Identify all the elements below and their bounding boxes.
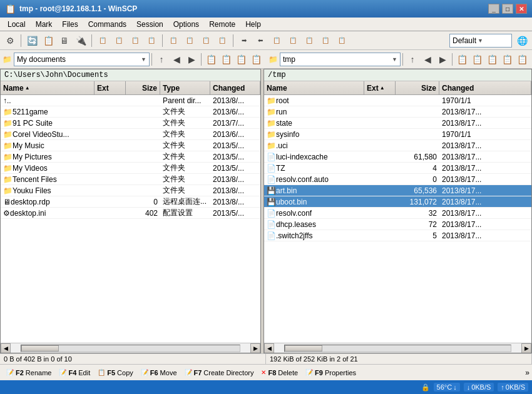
gear-settings-button[interactable]: ⚙ — [3, 33, 18, 48]
left-file-row[interactable]: ⚙ desktop.ini 402 配置设置 2013/5/... — [1, 208, 260, 219]
right-file-row[interactable]: 💾 art.bin 65,536 2013/8/17... — [264, 185, 531, 196]
left-col-size[interactable]: Size — [126, 81, 160, 94]
left-file-row[interactable]: 📁 5211game 文件夹 2013/6/... — [1, 106, 260, 118]
left-nav-btn-3[interactable]: 📋 — [233, 52, 248, 67]
toolbar-btn-12[interactable]: 📋 — [285, 33, 300, 48]
right-scroll-track[interactable] — [284, 345, 511, 352]
menu-remote[interactable]: Remote — [204, 19, 240, 30]
left-col-changed[interactable]: Changed — [210, 81, 260, 94]
left-col-type[interactable]: Type — [160, 81, 210, 94]
right-path-combo[interactable]: tmp ▼ — [280, 53, 401, 66]
left-file-row[interactable]: 📁 Youku Files 文件夹 2013/8/... — [1, 185, 260, 196]
right-col-name[interactable]: Name — [264, 81, 364, 94]
toolbar-btn-10[interactable]: ⬅ — [253, 33, 268, 48]
toolbar-btn-5[interactable]: 📋 — [166, 33, 181, 48]
right-file-row[interactable]: 📁 .uci 2013/8/17... — [264, 140, 531, 151]
right-file-row[interactable]: 📁 root 1970/1/1 — [264, 95, 531, 106]
toolbar-btn-4[interactable]: 📋 — [144, 33, 159, 48]
maximize-button[interactable]: □ — [502, 4, 513, 14]
right-scroll-right[interactable]: ▶ — [521, 343, 531, 353]
right-up-button[interactable]: ↑ — [405, 52, 420, 67]
menu-mark[interactable]: Mark — [31, 19, 58, 30]
right-nav-btn-4[interactable]: 📋 — [499, 52, 514, 67]
menu-commands[interactable]: Commands — [83, 19, 131, 30]
toolbar-btn-8[interactable]: 📋 — [215, 33, 230, 48]
menu-options[interactable]: Options — [168, 19, 204, 30]
right-col-size[interactable]: Size — [396, 81, 439, 94]
right-back-button[interactable]: ◀ — [420, 52, 435, 67]
right-file-row[interactable]: 📁 state 2013/8/17... — [264, 118, 531, 129]
close-button[interactable]: ✕ — [516, 4, 527, 14]
right-nav-btn-2[interactable]: 📋 — [469, 52, 484, 67]
right-forward-button[interactable]: ▶ — [435, 52, 450, 67]
bottom-btn-f5[interactable]: 📋F5 Copy — [94, 368, 137, 377]
right-col-changed[interactable]: Changed — [439, 81, 531, 94]
right-file-row[interactable]: 💾 uboot.bin 131,072 2013/8/17... — [264, 196, 531, 208]
right-scroll-left[interactable]: ◀ — [264, 343, 274, 353]
right-nav-btn-3[interactable]: 📋 — [484, 52, 499, 67]
left-file-row[interactable]: 📁 91 PC Suite 文件夹 2013/7/... — [1, 118, 260, 129]
right-file-row[interactable]: 📄 dhcp.leases 72 2013/8/17... — [264, 219, 531, 230]
left-col-name[interactable]: Name ▲ — [1, 81, 95, 94]
menu-help[interactable]: Help — [240, 19, 266, 30]
toolbar-btn-7[interactable]: 📋 — [198, 33, 213, 48]
right-file-row[interactable]: 📄 luci-indexcache 61,580 2013/8/17... — [264, 151, 531, 163]
menu-session[interactable]: Session — [131, 19, 168, 30]
toolbar-btn-13[interactable]: 📋 — [302, 33, 317, 48]
left-file-row[interactable]: 🖥 desktop.rdp 0 远程桌面连... 2013/8/... — [1, 196, 260, 208]
toolbar-btn-14[interactable]: 📋 — [318, 33, 333, 48]
right-nav-btn-5[interactable]: 📋 — [514, 52, 529, 67]
right-col-ext[interactable]: Ext ▲ — [364, 81, 396, 94]
toolbar-btn-2[interactable]: 📋 — [111, 33, 126, 48]
left-file-list[interactable]: ↑ .. Parent dir... 2013/8/... 📁 5211game… — [1, 95, 260, 343]
session-config-button[interactable]: 🌐 — [514, 33, 529, 48]
session-selector[interactable]: Default ▼ — [449, 34, 512, 48]
toolbar-btn-3[interactable]: 📋 — [128, 33, 143, 48]
bottom-btn-f6[interactable]: 📝F6 Move — [137, 368, 181, 377]
copy-local-button[interactable]: 📋 — [41, 33, 56, 48]
left-file-row[interactable]: 📁 My Videos 文件夹 2013/5/... — [1, 163, 260, 174]
right-scrollbar[interactable]: ◀ ▶ — [264, 343, 531, 353]
right-file-row[interactable]: 📁 run 2013/8/17... — [264, 106, 531, 118]
left-scroll-left[interactable]: ◀ — [1, 343, 11, 353]
bottom-btn-f9[interactable]: 📝F9 Properties — [302, 368, 360, 377]
left-back-button[interactable]: ◀ — [169, 52, 184, 67]
left-scroll-track[interactable] — [21, 345, 240, 352]
right-file-row[interactable]: 📄 resolv.conf.auto 0 2013/8/17... — [264, 174, 531, 185]
menu-local[interactable]: Local — [3, 19, 31, 30]
left-file-row[interactable]: 📁 My Pictures 文件夹 2013/5/... — [1, 151, 260, 163]
left-file-row[interactable]: 📁 Tencent Files 文件夹 2013/8/... — [1, 174, 260, 185]
left-forward-button[interactable]: ▶ — [184, 52, 199, 67]
menu-files[interactable]: Files — [57, 19, 83, 30]
right-file-row[interactable]: 📁 sysinfo 1970/1/1 — [264, 129, 531, 140]
new-session-button[interactable]: 🖥 — [57, 33, 72, 48]
sync-button[interactable]: 🔄 — [24, 33, 39, 48]
left-file-row[interactable]: 📁 Corel VideoStu... 文件夹 2013/6/... — [1, 129, 260, 140]
left-nav-btn-4[interactable]: 📋 — [248, 52, 263, 67]
toolbar-btn-9[interactable]: ➡ — [237, 33, 252, 48]
left-col-ext[interactable]: Ext — [95, 81, 126, 94]
left-file-row[interactable]: ↑ .. Parent dir... 2013/8/... — [1, 95, 260, 106]
bottom-btn-f7[interactable]: 📝F7 Create Directory — [181, 368, 258, 377]
toolbar-btn-6[interactable]: 📋 — [182, 33, 197, 48]
left-nav-btn-1[interactable]: 📋 — [203, 52, 218, 67]
left-path-combo[interactable]: My documents ▼ — [14, 53, 150, 66]
toolbar-btn-15[interactable]: 📋 — [334, 33, 349, 48]
left-scrollbar[interactable]: ◀ ▶ — [1, 343, 260, 353]
left-up-button[interactable]: ↑ — [154, 52, 169, 67]
left-scroll-thumb[interactable] — [21, 345, 59, 351]
bottom-btn-f4[interactable]: 📝F4 Edit — [55, 368, 94, 377]
left-file-row[interactable]: 📁 My Music 文件夹 2013/5/... — [1, 140, 260, 151]
right-file-row[interactable]: 📄 .switch2jffs 5 2013/8/17... — [264, 230, 531, 241]
toolbar-btn-11[interactable]: 📋 — [269, 33, 284, 48]
right-file-row[interactable]: 📄 TZ 4 2013/8/17... — [264, 163, 531, 174]
disconnect-button[interactable]: 🔌 — [73, 33, 88, 48]
right-scroll-thumb[interactable] — [285, 345, 322, 351]
bottom-btn-f2[interactable]: 📝F2 Rename — [3, 368, 55, 377]
right-nav-btn-1[interactable]: 📋 — [454, 52, 469, 67]
right-file-list[interactable]: 📁 root 1970/1/1 📁 run 2013/8/17... 📁 sta… — [264, 95, 531, 343]
right-file-row[interactable]: 📄 resolv.conf 32 2013/8/17... — [264, 208, 531, 219]
minimize-button[interactable]: _ — [488, 4, 499, 14]
bottom-expand-button[interactable]: » — [525, 368, 529, 377]
bottom-btn-f8[interactable]: ✕F8 Delete — [257, 368, 302, 377]
